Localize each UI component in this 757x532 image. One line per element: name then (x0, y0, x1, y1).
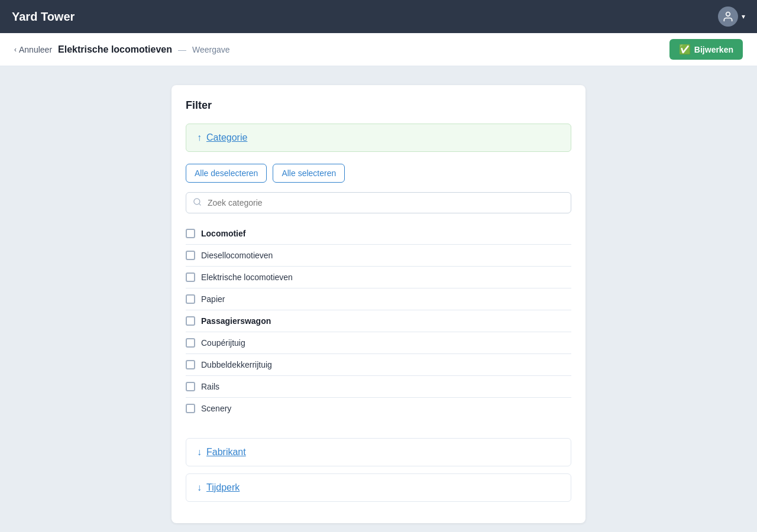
checkbox-label: Coupérijtuig (201, 338, 245, 348)
breadcrumb: ‹ Annuleer Elektrische locomotieven — We… (14, 44, 230, 55)
list-item[interactable]: Elektrische locomotieven (186, 267, 571, 288)
collapse-icon: ↓ (197, 482, 202, 493)
action-buttons: Alle deselecteren Alle selecteren (186, 164, 571, 183)
list-item[interactable]: Coupérijtuig (186, 332, 571, 354)
filter-panel: Filter ↑ Categorie Alle deselecteren All… (172, 85, 585, 523)
checkbox[interactable] (186, 338, 195, 348)
collapse-icon: ↓ (197, 447, 202, 458)
checkbox-list: LocomotiefDiesellocomotievenElektrische … (186, 223, 571, 419)
list-item[interactable]: Passagierswagon (186, 310, 571, 332)
main-content: Filter ↑ Categorie Alle deselecteren All… (0, 66, 757, 532)
svg-point-0 (726, 12, 730, 17)
checkbox[interactable] (186, 251, 195, 260)
list-item[interactable]: Diesellocomotieven (186, 245, 571, 267)
collapsed-sections: ↓Fabrikant↓Tijdperk (186, 438, 571, 502)
checkbox-label: Elektrische locomotieven (201, 273, 293, 282)
checkbox[interactable] (186, 316, 195, 326)
subheader: ‹ Annuleer Elektrische locomotieven — We… (0, 33, 757, 66)
cancel-label: Annuleer (19, 45, 52, 54)
app-title: Yard Tower (12, 10, 75, 24)
search-input[interactable] (186, 192, 571, 213)
checkbox[interactable] (186, 273, 195, 282)
search-icon (193, 197, 202, 208)
checkbox-label: Passagierswagon (201, 316, 271, 326)
select-all-button[interactable]: Alle selecteren (273, 164, 345, 183)
app-header: Yard Tower ▾ (0, 0, 757, 33)
collapsed-section-label: Tijdperk (206, 482, 240, 493)
chevron-down-icon: ▾ (742, 12, 745, 21)
search-container (186, 192, 571, 213)
checkbox-label: Papier (201, 294, 225, 304)
collapsed-section-label: Fabrikant (206, 447, 246, 458)
update-button-label: Bijwerken (694, 45, 733, 54)
checkbox[interactable] (186, 229, 195, 238)
checkbox-label: Locomotief (201, 229, 245, 238)
category-section[interactable]: ↑ Categorie (186, 124, 571, 152)
update-button[interactable]: ✅ Bijwerken (669, 39, 743, 60)
list-item[interactable]: Rails (186, 376, 571, 398)
list-item[interactable]: Dubbeldekkerrijtuig (186, 354, 571, 376)
user-menu[interactable]: ▾ (718, 7, 745, 27)
checkbox-label: Rails (201, 382, 219, 391)
cancel-button[interactable]: ‹ Annuleer (14, 45, 52, 54)
category-expand-icon: ↑ (197, 132, 202, 143)
checkbox-label: Dubbeldekkerrijtuig (201, 360, 272, 369)
checkbox[interactable] (186, 360, 195, 369)
collapsed-section-fabrikant[interactable]: ↓Fabrikant (186, 438, 571, 466)
page-title: Elektrische locomotieven (58, 44, 172, 55)
check-circle-icon: ✅ (679, 44, 691, 55)
category-section-label: Categorie (206, 132, 247, 143)
checkbox-label: Scenery (201, 404, 231, 413)
back-chevron-icon: ‹ (14, 46, 17, 54)
checkbox[interactable] (186, 382, 195, 391)
deselect-all-button[interactable]: Alle deselecteren (186, 164, 267, 183)
filter-title: Filter (186, 99, 571, 112)
checkbox[interactable] (186, 294, 195, 304)
checkbox[interactable] (186, 404, 195, 413)
collapsed-section-tijdperk[interactable]: ↓Tijdperk (186, 473, 571, 502)
list-item[interactable]: Papier (186, 288, 571, 310)
checkbox-label: Diesellocomotieven (201, 251, 273, 260)
breadcrumb-separator: — (178, 45, 186, 54)
svg-line-2 (199, 203, 200, 205)
list-item[interactable]: Scenery (186, 398, 571, 419)
avatar (718, 7, 738, 27)
list-item[interactable]: Locomotief (186, 223, 571, 245)
view-label: Weergave (192, 45, 230, 54)
